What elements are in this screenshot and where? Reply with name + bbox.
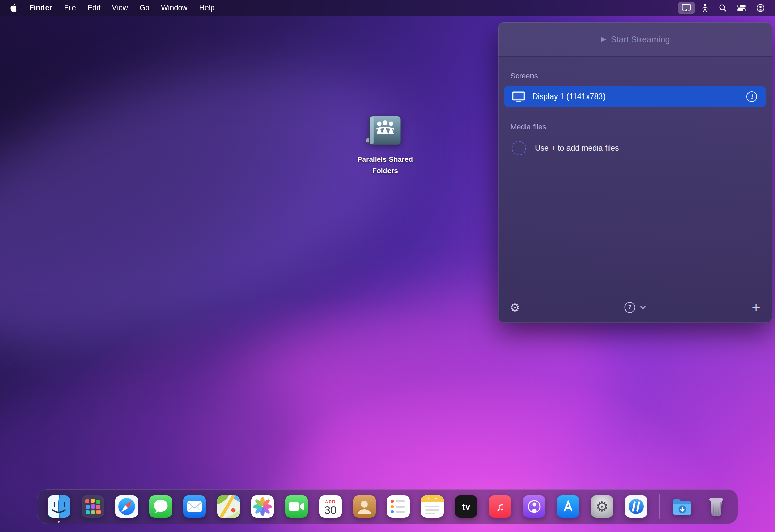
apple-menu[interactable]: [5, 0, 23, 16]
search-icon[interactable]: [716, 2, 730, 14]
display-row[interactable]: Display 1 (1141x783) i: [504, 86, 766, 107]
chevron-down-icon: [640, 306, 646, 309]
help-icon: ?: [625, 302, 635, 313]
display-label: Display 1 (1141x783): [532, 92, 606, 101]
dock-icon-contacts[interactable]: [353, 495, 376, 518]
dock-icon-photos[interactable]: [251, 495, 274, 518]
dock-icon-mail[interactable]: [183, 495, 206, 518]
dock-icon-downloads[interactable]: [671, 495, 693, 518]
menu-go[interactable]: Go: [134, 0, 155, 16]
desktop-screen: Finder File Edit View Go Window Help: [0, 0, 775, 532]
dock-separator: [659, 494, 660, 519]
start-streaming-button[interactable]: Start Streaming: [498, 22, 772, 57]
apple-icon: [10, 3, 18, 12]
streaming-panel: Start Streaming Screens Display 1 (1141x…: [498, 22, 772, 323]
parallels-shared-folders-icon[interactable]: Parallels Shared Folders: [346, 114, 425, 176]
screen-mirroring-icon[interactable]: [678, 2, 695, 14]
media-placeholder-circle: [512, 141, 526, 155]
add-media-button[interactable]: +: [752, 300, 760, 315]
dock-icon-app-store[interactable]: [557, 495, 579, 518]
start-streaming-label: Start Streaming: [611, 35, 670, 45]
menu-window[interactable]: Window: [155, 0, 193, 16]
dock-icon-parallels-desktop[interactable]: [625, 495, 647, 518]
music-note-icon: ♫: [496, 501, 505, 512]
dock-icon-calendar[interactable]: APR 30: [319, 495, 342, 518]
calendar-day: 30: [324, 504, 337, 516]
menu-edit[interactable]: Edit: [82, 0, 106, 16]
shared-folders-drive-icon: [364, 114, 406, 150]
dock-icon-safari[interactable]: [115, 495, 138, 518]
dock-icon-apple-tv[interactable]: tv: [455, 495, 477, 518]
dock-icon-reminders[interactable]: [387, 495, 410, 518]
dock-icon-podcasts[interactable]: [523, 495, 545, 518]
control-center-icon[interactable]: [734, 2, 750, 14]
streamer-status-icon[interactable]: [698, 2, 712, 14]
dock-icon-messages[interactable]: [149, 495, 172, 518]
streaming-panel-footer: ⚙ ? +: [498, 292, 772, 323]
finder-running-indicator: [58, 521, 60, 523]
media-files-section-label: Media files: [510, 123, 766, 131]
info-icon[interactable]: i: [746, 91, 757, 102]
media-placeholder-row: Use + to add media files: [512, 141, 766, 155]
dock-icon-music[interactable]: ♫: [489, 495, 511, 518]
settings-gear-icon[interactable]: ⚙: [510, 302, 520, 313]
apple-tv-label: tv: [462, 501, 470, 512]
media-hint-text: Use + to add media files: [535, 144, 619, 153]
dock-icon-notes[interactable]: [421, 495, 444, 518]
dock-icon-facetime[interactable]: [285, 495, 308, 518]
play-icon: [600, 36, 606, 43]
app-menu-finder[interactable]: Finder: [23, 0, 58, 16]
account-icon[interactable]: [753, 2, 768, 14]
menu-view[interactable]: View: [106, 0, 134, 16]
menu-file[interactable]: File: [58, 0, 82, 16]
dock-icon-maps[interactable]: [217, 495, 240, 518]
help-menu[interactable]: ?: [625, 302, 646, 313]
menu-bar-status-area: [678, 0, 768, 16]
dock: APR 30: [37, 489, 738, 524]
dock-icon-finder[interactable]: [48, 495, 70, 518]
display-icon: [512, 91, 525, 102]
system-preferences-gear-icon: ⚙: [596, 500, 608, 513]
menu-help[interactable]: Help: [194, 0, 220, 16]
dock-icon-system-preferences[interactable]: ⚙: [591, 495, 613, 518]
dock-icon-launchpad[interactable]: [82, 495, 104, 518]
menu-bar-left: Finder File Edit View Go Window Help: [5, 0, 220, 16]
screens-section-label: Screens: [510, 72, 766, 81]
dock-icon-trash[interactable]: [705, 495, 727, 518]
desktop-icon-label: Parallels Shared Folders: [346, 154, 425, 176]
menu-bar: Finder File Edit View Go Window Help: [0, 0, 775, 16]
streaming-panel-body: Screens Display 1 (1141x783) i Media fil…: [498, 57, 772, 292]
